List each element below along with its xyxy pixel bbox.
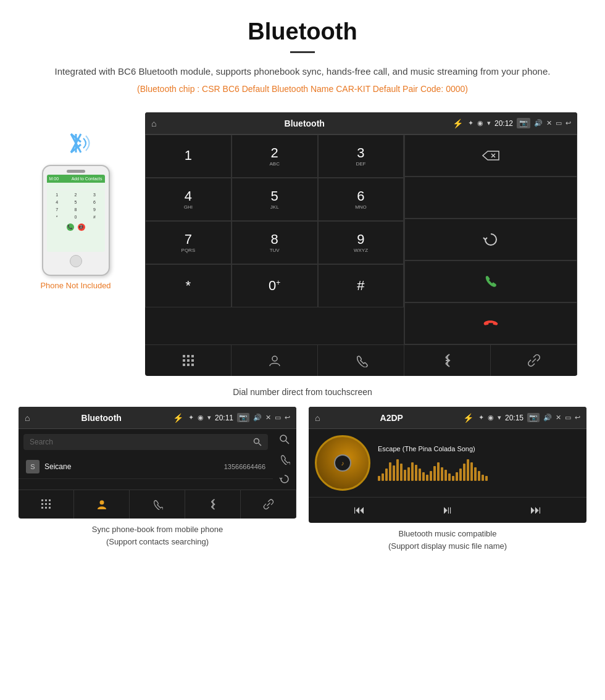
key-hash[interactable]: # [318,264,404,307]
phonebook-body: Search S Seicane 13566664466 [19,429,296,490]
music-caption-line2: (Support display music file name) [388,541,507,551]
key-7[interactable]: 7 PQRS [145,221,232,264]
pb-bt-btn[interactable] [185,490,241,519]
song-title: Escape (The Pina Colada Song) [378,445,580,452]
dialpad-row-2: 4 GHI 5 JKL 6 MNO [145,178,404,221]
win-music-icon[interactable]: ▭ [565,414,571,422]
music-controls: ⏮ ⏯ ⏭ [309,497,586,523]
backspace-button[interactable] [404,135,577,177]
contact-row[interactable]: S Seicane 13566664466 [19,455,273,479]
album-center: ♪ [334,454,351,472]
usb-icon: ⚡ [453,119,463,128]
home-icon-pb[interactable]: ⌂ [25,413,30,423]
search-bar[interactable]: Search [23,434,268,450]
svg-rect-29 [45,507,47,509]
contact-initial: S [30,463,35,470]
page-header: Bluetooth Integrated with BC6 Bluetooth … [0,0,605,112]
accept-call-button[interactable] [404,260,577,302]
svg-rect-24 [49,499,51,501]
phonebook-header: ⌂ Bluetooth ⚡ ✦ ◉ ▾ 20:11 📷 🔊 ✕ ▭ ↩ [19,407,296,429]
key-8[interactable]: 8 TUV [232,221,318,264]
keypad-icon-button[interactable] [145,345,232,376]
close-music-icon[interactable]: ✕ [556,414,561,422]
close-icon[interactable]: ✕ [546,119,552,127]
action-keys [404,135,577,344]
phonebook-caption: Sync phone-book from mobile phone (Suppo… [92,523,223,548]
music-block: ⌂ A2DP ⚡ ✦ ◉ ▾ 20:15 📷 🔊 ✕ ▭ ↩ [309,407,586,552]
music-clock: 20:15 [505,414,524,422]
back-pb-icon[interactable]: ↩ [285,414,290,422]
bluetooth-icon-button[interactable] [404,345,491,376]
key-star[interactable]: * [145,264,232,307]
vol-music-icon[interactable]: 🔊 [543,414,552,422]
home-icon-music[interactable]: ⌂ [315,413,320,423]
contacts-icon-button[interactable] [232,345,318,376]
home-icon[interactable]: ⌂ [151,119,156,128]
pb-keypad-btn[interactable] [19,490,74,519]
refresh-side-icon[interactable] [279,473,290,485]
dial-screen-title: Bluetooth [161,119,448,128]
contact-avatar: S [26,460,40,473]
pb-status-icons: ✦ ◉ ▾ 20:11 📷 🔊 ✕ ▭ ↩ [188,413,290,422]
wifi-music-icon: ▾ [498,414,501,422]
svg-rect-12 [191,359,194,362]
visualizer-bar [378,476,380,481]
key-3[interactable]: 3 DEF [318,135,404,178]
clock: 20:12 [494,119,513,128]
svg-rect-15 [191,364,194,366]
end-call-button[interactable] [404,302,577,344]
refresh-button[interactable] [404,219,577,260]
visualizer-bar [400,464,403,481]
key-6[interactable]: 6 MNO [318,178,404,221]
back-music-icon[interactable]: ↩ [575,414,580,422]
volume-icon[interactable]: 🔊 [534,119,543,127]
phonebook-side-icons [273,429,296,490]
page-description: Integrated with BC6 Bluetooth module, su… [49,64,556,79]
next-button[interactable]: ⏭ [530,504,541,517]
music-header: ⌂ A2DP ⚡ ✦ ◉ ▾ 20:15 📷 🔊 ✕ ▭ ↩ [309,407,586,429]
key-4[interactable]: 4 GHI [145,178,232,221]
empty-action-1 [404,177,577,219]
title-divider [290,51,315,53]
svg-rect-11 [187,359,190,362]
cam-pb-icon[interactable]: 📷 [237,413,249,422]
phone-icon-button[interactable] [318,345,404,376]
pb-contact-btn[interactable] [74,490,130,519]
cam-music-icon[interactable]: 📷 [527,413,540,422]
back-icon[interactable]: ↩ [565,119,571,127]
pb-bottom-bar [19,490,296,519]
phonebook-screen: ⌂ Bluetooth ⚡ ✦ ◉ ▾ 20:11 📷 🔊 ✕ ▭ ↩ [19,407,296,519]
link-icon-button[interactable] [491,345,577,376]
svg-rect-10 [183,359,185,362]
visualizer-bar [467,459,469,481]
svg-line-21 [286,441,289,444]
phone-speaker [67,170,85,173]
dial-caption: Dial number direct from touchscreen [0,382,605,407]
prev-button[interactable]: ⏮ [354,504,365,517]
phone-home-button [70,255,82,267]
pb-phone-btn[interactable] [130,490,185,519]
key-2[interactable]: 2 ABC [232,135,318,178]
key-5[interactable]: 5 JKL [232,178,318,221]
phone-not-included-label: Phone Not Included [40,281,111,290]
win-pb-icon[interactable]: ▭ [275,414,281,422]
window-icon[interactable]: ▭ [556,119,562,127]
close-pb-icon[interactable]: ✕ [265,414,271,422]
pb-link-btn[interactable] [241,490,296,519]
svg-point-16 [272,356,277,361]
music-screen: ⌂ A2DP ⚡ ✦ ◉ ▾ 20:15 📷 🔊 ✕ ▭ ↩ [309,407,586,523]
camera-icon[interactable]: 📷 [517,118,530,128]
key-0[interactable]: 0+ [232,264,318,307]
play-pause-button[interactable]: ⏯ [442,504,453,517]
key-9[interactable]: 9 WXYZ [318,221,404,264]
visualizer-bar [407,467,410,481]
number-keys: 1 2 ABC 3 DEF 4 GHI [145,135,404,344]
usb-icon-pb: ⚡ [173,413,183,423]
bottom-row: ⌂ Bluetooth ⚡ ✦ ◉ ▾ 20:11 📷 🔊 ✕ ▭ ↩ [0,407,605,564]
key-1[interactable]: 1 [145,135,232,178]
dial-screen-header: ⌂ Bluetooth ⚡ ✦ ◉ ▾ 20:12 📷 🔊 ✕ ▭ ↩ [145,112,577,135]
phone-side-icon[interactable] [279,454,290,465]
bt-pb-icon: ✦ [188,414,194,422]
search-side-icon[interactable] [279,434,290,445]
vol-pb-icon[interactable]: 🔊 [253,414,262,422]
